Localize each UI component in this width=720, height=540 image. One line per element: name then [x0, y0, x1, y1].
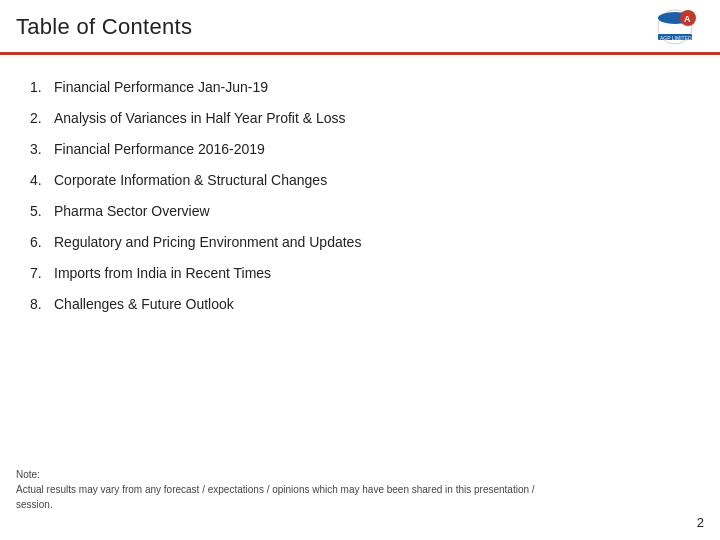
toc-item-number: 5. [30, 201, 54, 222]
toc-item-text: Financial Performance Jan-Jun-19 [54, 77, 268, 98]
toc-item: 6.Regulatory and Pricing Environment and… [30, 232, 690, 253]
toc-item-number: 8. [30, 294, 54, 315]
note-label: Note: [16, 467, 680, 482]
note-line2: Actual results may vary from any forecas… [16, 482, 680, 497]
page-number: 2 [697, 515, 704, 530]
toc-item-number: 4. [30, 170, 54, 191]
toc-item-text: Analysis of Variances in Half Year Profi… [54, 108, 346, 129]
toc-item-text: Regulatory and Pricing Environment and U… [54, 232, 361, 253]
toc-item-number: 7. [30, 263, 54, 284]
toc-item-text: Pharma Sector Overview [54, 201, 210, 222]
toc-list: 1.Financial Performance Jan-Jun-192.Anal… [30, 77, 690, 315]
toc-item-text: Financial Performance 2016-2019 [54, 139, 265, 160]
toc-item-text: Corporate Information & Structural Chang… [54, 170, 327, 191]
svg-text:AGP LIMITED: AGP LIMITED [660, 35, 692, 41]
toc-item-number: 2. [30, 108, 54, 129]
svg-text:A: A [684, 14, 691, 24]
footer-note: Note: Actual results may vary from any f… [16, 467, 680, 512]
toc-item-number: 3. [30, 139, 54, 160]
header: Table of Contents A AGP LIMITED [0, 0, 720, 55]
toc-item: 2.Analysis of Variances in Half Year Pro… [30, 108, 690, 129]
toc-content: 1.Financial Performance Jan-Jun-192.Anal… [0, 55, 720, 335]
toc-item-text: Challenges & Future Outlook [54, 294, 234, 315]
toc-item-number: 1. [30, 77, 54, 98]
page-title: Table of Contents [16, 14, 192, 40]
toc-item: 3.Financial Performance 2016-2019 [30, 139, 690, 160]
note-line3: session. [16, 497, 680, 512]
agp-logo: A AGP LIMITED [646, 8, 704, 46]
toc-item-number: 6. [30, 232, 54, 253]
toc-item-text: Imports from India in Recent Times [54, 263, 271, 284]
toc-item: 5.Pharma Sector Overview [30, 201, 690, 222]
toc-item: 8.Challenges & Future Outlook [30, 294, 690, 315]
toc-item: 1.Financial Performance Jan-Jun-19 [30, 77, 690, 98]
page: Table of Contents A AGP LIMITED 1.Financ… [0, 0, 720, 540]
toc-item: 7.Imports from India in Recent Times [30, 263, 690, 284]
toc-item: 4.Corporate Information & Structural Cha… [30, 170, 690, 191]
